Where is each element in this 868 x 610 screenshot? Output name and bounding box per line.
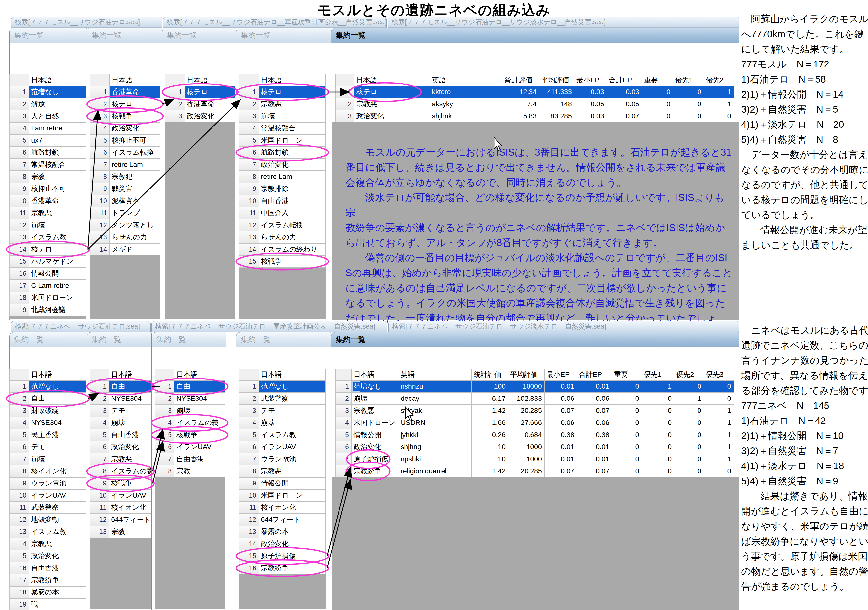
list-item[interactable]: 地殻変動	[29, 514, 87, 526]
list-item[interactable]: 核テロ	[259, 86, 326, 98]
list-item[interactable]: イスラム転換	[110, 147, 160, 159]
table-cell-value[interactable]: 0.03	[607, 86, 642, 98]
table-cell-en[interactable]: kktero	[430, 86, 503, 98]
list-item[interactable]: 武装警察	[29, 502, 87, 514]
table-cell-value[interactable]: 10000	[508, 381, 544, 393]
list-item[interactable]: 宗教紛争	[29, 574, 87, 586]
list-item[interactable]: 戦災害	[110, 183, 160, 195]
table-cell-value[interactable]: 1000	[508, 441, 544, 453]
table-cell-value[interactable]: 0	[612, 417, 642, 429]
list-item[interactable]: 范増なし	[29, 86, 87, 98]
table-cell-value[interactable]: 1.42	[472, 405, 508, 417]
table-cell-value[interactable]: 0.05	[575, 98, 607, 110]
table-cell-value[interactable]: 0	[642, 465, 674, 477]
table-cell-value[interactable]: 0.38	[577, 429, 612, 441]
list-item[interactable]: NYSE304	[109, 393, 151, 405]
list-item[interactable]: 自由	[174, 381, 225, 393]
table-cell-value[interactable]: 1000	[508, 453, 544, 465]
list-item[interactable]: retire Lam	[259, 171, 326, 183]
table-cell-en[interactable]: npshki	[399, 453, 472, 465]
list-item[interactable]: イスラムの終わり	[259, 243, 326, 255]
list-item[interactable]: retire Lam	[110, 159, 160, 171]
table-cell-value[interactable]: 0	[704, 393, 734, 405]
list-item[interactable]: 崩壊	[29, 219, 87, 231]
table-cell-value[interactable]: 1	[642, 381, 674, 393]
table-cell-value[interactable]: 0	[674, 405, 704, 417]
list-item[interactable]: 范増なし	[259, 381, 326, 393]
table-cell-value[interactable]: 0.07	[577, 405, 612, 417]
table-cell-value[interactable]: 0	[674, 453, 704, 465]
list-item[interactable]: メンツ落とし	[110, 219, 160, 231]
list-item[interactable]: 解放	[29, 98, 87, 110]
table-cell-value[interactable]: 0	[674, 381, 704, 393]
list-item[interactable]: 戦	[29, 598, 87, 610]
window-caption[interactable]: 検索[７７７ニネベ__サウジ石油テロ.sea]	[11, 321, 151, 332]
list-item[interactable]: 644フィート	[109, 514, 151, 526]
table-cell-jp[interactable]: 宗教紛争	[352, 465, 399, 477]
table-cell-value[interactable]: 7.4	[503, 98, 539, 110]
table-cell-en[interactable]: aksyky	[430, 98, 503, 110]
list-item[interactable]: 核戦争	[110, 110, 160, 122]
list-item[interactable]: Lam retire	[29, 122, 87, 135]
table-cell-en[interactable]: decay	[399, 393, 472, 405]
table-cell-jp[interactable]: 宗教悪	[352, 405, 399, 417]
list-item[interactable]: イランUAV	[174, 441, 225, 453]
table-cell-value[interactable]: 0	[673, 98, 704, 110]
list-item[interactable]: 航路封鎖	[259, 147, 326, 159]
table-cell-jp[interactable]: 范増なし	[352, 381, 399, 393]
list-item[interactable]: 武装警察	[259, 393, 326, 405]
table-cell-value[interactable]: 0.06	[544, 393, 577, 405]
table-cell-value[interactable]: 10	[472, 441, 508, 453]
table-cell-value[interactable]: 0.01	[577, 453, 612, 465]
table-cell-value[interactable]: 6.17	[472, 393, 508, 405]
table-cell-value[interactable]: 0.01	[577, 441, 612, 453]
list-item[interactable]: イスラムの義	[174, 417, 225, 429]
list-item[interactable]: 宗教犯	[110, 171, 160, 183]
table-cell-value[interactable]: 0	[704, 381, 734, 393]
list-item[interactable]: 宗教排除	[259, 183, 326, 195]
table-cell-jp[interactable]: 崩壊	[352, 393, 399, 405]
list-item[interactable]: 民主香港	[29, 429, 87, 441]
table-cell-value[interactable]: 0.06	[544, 417, 577, 429]
table-cell-value[interactable]: 0	[704, 465, 734, 477]
list-item[interactable]: 財政破綻	[29, 405, 87, 417]
table-cell-value[interactable]: 1.42	[472, 465, 508, 477]
table-cell-value[interactable]: 1	[704, 86, 734, 98]
table-cell-value[interactable]: 0	[642, 429, 674, 441]
list-item[interactable]: トランプ	[110, 207, 160, 219]
list-item[interactable]: 暴露の本	[259, 526, 326, 538]
table-cell-value[interactable]: 411.333	[539, 86, 575, 98]
list-item[interactable]: 644フィート	[259, 514, 326, 526]
list-item[interactable]: イランUAV	[29, 489, 87, 502]
list-item[interactable]: 宗教	[29, 171, 87, 183]
table-cell-value[interactable]: 0.07	[544, 405, 577, 417]
table-cell-en[interactable]: shjhnk	[430, 110, 503, 122]
table-cell-value[interactable]: 100	[472, 381, 508, 393]
list-item[interactable]: 泥棒資本	[110, 195, 160, 207]
list-item[interactable]: 宗教悪	[259, 98, 326, 110]
table-cell-value[interactable]: 0	[612, 441, 642, 453]
list-item[interactable]: 核抑止不可	[29, 183, 87, 195]
list-item[interactable]: デモ	[109, 405, 151, 417]
table-cell-value[interactable]: 0.26	[472, 429, 508, 441]
list-item[interactable]: 自由香港	[259, 195, 326, 207]
table-cell-en[interactable]: jyhkki	[399, 429, 472, 441]
list-item[interactable]: 宗教紛争	[259, 562, 326, 574]
list-item[interactable]: 自由	[29, 393, 87, 405]
table-cell-en[interactable]: USDRN	[399, 417, 472, 429]
list-item[interactable]: デモ	[29, 441, 87, 453]
list-item[interactable]: 暴露の本	[29, 586, 87, 598]
list-item[interactable]: 宗教	[174, 465, 225, 477]
table-cell-jp[interactable]: 政治変化	[352, 441, 399, 453]
list-item[interactable]: 核イオン化	[109, 502, 151, 514]
list-item[interactable]: 政治変化	[29, 550, 87, 562]
list-item[interactable]: 原子炉損傷	[259, 550, 326, 562]
table-cell-jp[interactable]: 原子炉損傷	[352, 453, 399, 465]
table-cell-value[interactable]: 0.06	[577, 393, 612, 405]
list-item[interactable]: 自由香港	[174, 453, 225, 465]
table-cell-value[interactable]: 0.05	[607, 98, 642, 110]
list-item[interactable]: C Lam retire	[29, 280, 87, 292]
list-item[interactable]: 政治変化	[185, 110, 235, 122]
table-cell-value[interactable]: 102.833	[508, 393, 544, 405]
table-cell-value[interactable]: 0	[642, 393, 674, 405]
